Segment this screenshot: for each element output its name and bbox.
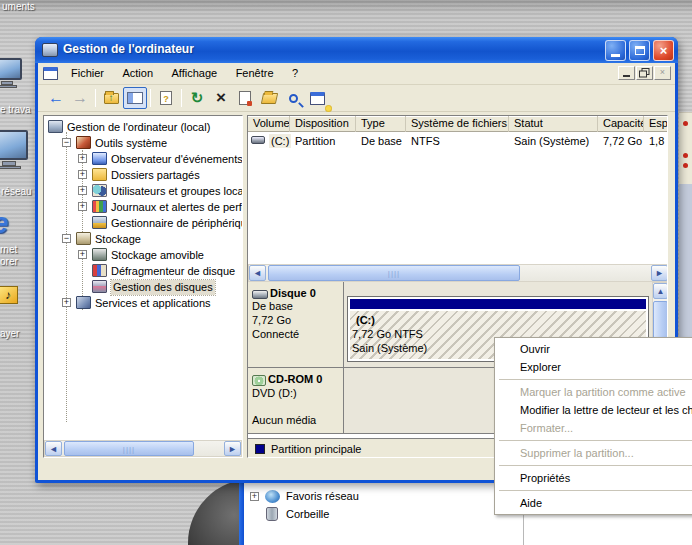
- tree-item-label[interactable]: Utilisateurs et groupes locau: [111, 184, 243, 199]
- tree-item-outils-systeme[interactable]: − Outils système: [44, 135, 243, 151]
- tree-item-label[interactable]: Observateur d'événements: [111, 152, 243, 167]
- collapse-icon[interactable]: −: [62, 138, 71, 147]
- tree-item-label[interactable]: Stockage: [95, 232, 141, 247]
- tree-item-root[interactable]: Gestion de l'ordinateur (local): [44, 119, 243, 135]
- tree-item-label[interactable]: Défragmenteur de disque: [111, 264, 235, 279]
- desktop-label-documents[interactable]: uments: [2, 1, 35, 12]
- tree-item-label-selected[interactable]: Gestion des disques: [111, 280, 215, 295]
- partition-context-menu: Ouvrir Explorer Marquer la partition com…: [494, 337, 692, 515]
- media-player-label[interactable]: ayer: [0, 328, 19, 339]
- help-topics-button[interactable]: ?: [154, 87, 178, 109]
- expand-icon[interactable]: +: [78, 154, 87, 163]
- properties-sheet-icon: [239, 91, 251, 105]
- my-computer-label[interactable]: e trava: [0, 104, 31, 115]
- tree-item-gestionnaire-peripheriques[interactable]: Gestionnaire de périphérique: [44, 215, 243, 231]
- show-hide-console-tree-button[interactable]: [123, 87, 147, 109]
- back-button[interactable]: ←: [44, 87, 68, 109]
- cdrom0-drive: DVD (D:): [252, 386, 339, 400]
- maximize-button[interactable]: [629, 40, 650, 61]
- menu-item-explorer[interactable]: Explorer: [495, 358, 692, 376]
- internet-explorer-icon[interactable]: e: [0, 206, 28, 244]
- column-header-systeme-fichiers[interactable]: Système de fichiers: [406, 116, 509, 132]
- open-button[interactable]: [257, 87, 281, 109]
- tree-item-defragmenteur[interactable]: Défragmenteur de disque: [44, 263, 243, 279]
- collapse-icon[interactable]: −: [62, 234, 71, 243]
- column-header-espace[interactable]: Esp: [644, 116, 668, 132]
- network-places-icon[interactable]: [0, 130, 30, 178]
- tree-item-label[interactable]: Gestionnaire de périphérique: [111, 216, 243, 231]
- column-header-capacite[interactable]: Capacité: [598, 116, 644, 132]
- scroll-left-button[interactable]: ◄: [45, 441, 62, 456]
- toolbar-separator: [150, 89, 151, 107]
- column-header-type[interactable]: Type: [356, 116, 406, 132]
- column-header-statut[interactable]: Statut: [509, 116, 598, 132]
- mdi-close-button[interactable]: ×: [654, 66, 671, 80]
- tree-item-label[interactable]: Stockage amovible: [111, 248, 204, 263]
- internet-explorer-label-line1[interactable]: rnet: [0, 244, 17, 255]
- cdrom0-label-panel[interactable]: CD-ROM 0 DVD (D:) Aucun média: [248, 368, 344, 433]
- scroll-left-button[interactable]: ◄: [249, 265, 266, 281]
- refresh-button[interactable]: ↻: [185, 87, 209, 109]
- menu-item-aide[interactable]: Aide: [495, 494, 692, 512]
- up-one-level-button[interactable]: ↑: [99, 87, 123, 109]
- cell-disposition: Partition: [295, 134, 335, 148]
- menu-item-modifier-lettre-lecteur[interactable]: Modifier la lettre de lecteur et les che…: [495, 401, 692, 419]
- tree-item-label[interactable]: Corbeille: [286, 508, 329, 521]
- volume-row-c[interactable]: (C:) Partition De base NTFS Sain (Systèm…: [248, 133, 668, 149]
- close-button[interactable]: ×: [653, 40, 674, 61]
- tree-item-journaux[interactable]: + Journaux et alertes de perfo: [44, 199, 243, 215]
- properties-button[interactable]: [233, 87, 257, 109]
- tree-item-services-applications[interactable]: + Services et applications: [44, 295, 243, 311]
- tree-item-label[interactable]: Outils système: [95, 136, 167, 151]
- expand-icon[interactable]: +: [78, 202, 87, 211]
- title-bar[interactable]: Gestion de l'ordinateur ×: [35, 37, 678, 63]
- list-horizontal-scrollbar[interactable]: ◄ |||| ►: [248, 264, 668, 282]
- tree-item-label[interactable]: Favoris réseau: [286, 490, 359, 503]
- scroll-right-button[interactable]: ►: [651, 265, 668, 281]
- scroll-right-button[interactable]: ►: [224, 441, 241, 456]
- network-places-label[interactable]: réseau: [1, 186, 32, 197]
- cell-volume[interactable]: (C:): [269, 134, 291, 148]
- menu-item-ouvrir[interactable]: Ouvrir: [495, 340, 692, 358]
- tree-item-dossiers-partages[interactable]: + Dossiers partagés: [44, 167, 243, 183]
- column-header-volume[interactable]: Volume: [248, 116, 290, 132]
- scrollbar-thumb[interactable]: ||||: [64, 441, 194, 456]
- tree-item-utilisateurs[interactable]: + Utilisateurs et groupes locau: [44, 183, 243, 199]
- tree-item-stockage[interactable]: − Stockage: [44, 231, 243, 247]
- mdi-restore-button[interactable]: [636, 66, 653, 80]
- menu-affichage[interactable]: Affichage: [165, 63, 225, 84]
- tree-item-label[interactable]: Journaux et alertes de perfo: [111, 200, 243, 215]
- tree-item-gestion-des-disques[interactable]: Gestion des disques: [44, 279, 243, 295]
- console-settings-button[interactable]: [305, 87, 329, 109]
- menu-fichier[interactable]: Fichier: [64, 63, 111, 84]
- tree-item-stockage-amovible[interactable]: + Stockage amovible: [44, 247, 243, 263]
- minimize-button[interactable]: [605, 40, 626, 61]
- menu-item-proprietes[interactable]: Propriétés: [495, 469, 692, 487]
- my-computer-icon[interactable]: [0, 56, 26, 96]
- delete-button[interactable]: ×: [209, 87, 233, 109]
- expand-icon[interactable]: +: [78, 170, 87, 179]
- find-button[interactable]: [281, 87, 305, 109]
- disk0-label-panel[interactable]: Disque 0 De base 7,72 Go Connecté: [248, 282, 344, 367]
- expand-icon[interactable]: +: [62, 298, 71, 307]
- console-document-icon[interactable]: [43, 67, 58, 80]
- internet-explorer-label-line2[interactable]: orer: [0, 256, 18, 267]
- menu-help[interactable]: ?: [285, 63, 305, 84]
- expand-icon[interactable]: +: [78, 250, 87, 259]
- column-header-disposition[interactable]: Disposition: [290, 116, 356, 132]
- media-player-icon[interactable]: ♪: [0, 286, 18, 304]
- expand-icon[interactable]: +: [78, 186, 87, 195]
- scrollbar-thumb[interactable]: ||||: [268, 265, 520, 281]
- mdi-minimize-button[interactable]: [618, 66, 635, 80]
- menu-fenetre[interactable]: Fenêtre: [229, 63, 281, 84]
- forward-button[interactable]: →: [68, 87, 92, 109]
- expand-plus-icon[interactable]: +: [250, 492, 259, 501]
- scroll-up-button[interactable]: ▲: [653, 283, 668, 299]
- menu-action[interactable]: Action: [115, 63, 160, 84]
- shared-folders-icon: [92, 168, 107, 181]
- tree-item-label[interactable]: Gestion de l'ordinateur (local): [67, 120, 210, 135]
- tree-item-label[interactable]: Dossiers partagés: [111, 168, 200, 183]
- tree-item-label[interactable]: Services et applications: [95, 296, 211, 311]
- tree-item-observateur[interactable]: + Observateur d'événements: [44, 151, 243, 167]
- tree-horizontal-scrollbar[interactable]: ◄ |||| ►: [44, 440, 242, 457]
